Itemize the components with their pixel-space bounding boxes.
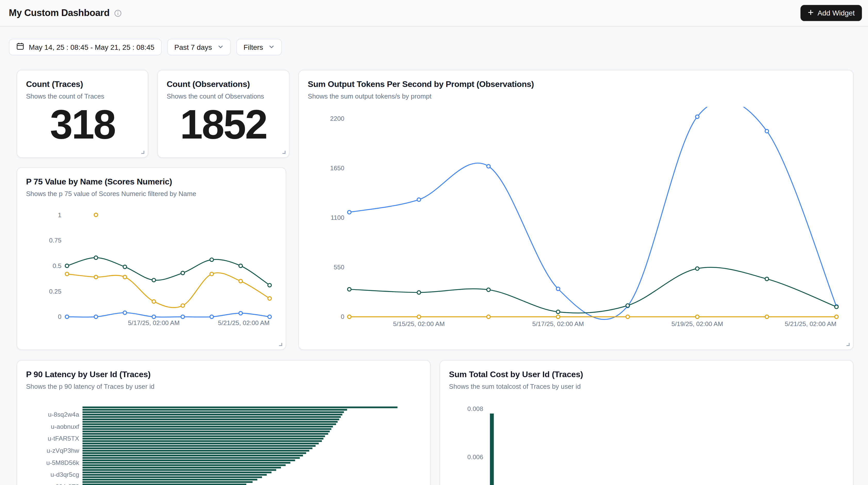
calendar-icon [16,42,24,52]
widget-title: P 75 Value by Name (Scores Numeric) [26,177,277,186]
dashboard-page: My Custom Dashboard Add Widget May 14, 2… [0,0,868,485]
total-cost-bar-chart: 0.0060.008 [440,399,854,485]
resize-handle-icon[interactable] [280,148,286,154]
svg-text:u-aobnuxf: u-aobnuxf [51,423,79,430]
widget-description: Shows the p 90 latency of Traces by user… [26,383,422,390]
page-header: My Custom Dashboard Add Widget [0,0,868,27]
svg-text:0.25: 0.25 [49,288,61,295]
svg-text:u-8fVa9T3: u-8fVa9T3 [50,483,79,485]
svg-text:1100: 1100 [331,214,344,221]
svg-text:5/19/25, 02:00 AM: 5/19/25, 02:00 AM [672,321,723,327]
svg-text:5/21/25, 02:00 AM: 5/21/25, 02:00 AM [785,321,836,327]
svg-text:550: 550 [334,264,344,271]
widget-description: Shows the sum totalcost of Traces by use… [449,383,844,390]
add-widget-label: Add Widget [817,9,855,17]
svg-text:0: 0 [58,313,62,320]
filters-label: Filters [243,43,263,51]
tokens-per-second-line-chart: 05501100165022005/15/25, 02:00 AM5/17/25… [299,107,854,337]
resize-handle-icon[interactable] [139,148,145,154]
svg-text:u-8sq2w4a: u-8sq2w4a [48,411,79,418]
svg-text:1: 1 [58,212,62,218]
svg-text:0.006: 0.006 [467,454,483,460]
svg-text:5/17/25, 02:00 AM: 5/17/25, 02:00 AM [128,320,180,326]
widget-count-observations: Count (Observations) Shows the count of … [157,70,289,158]
filter-toolbar: May 14, 25 : 08:45 - May 21, 25 : 08:45 … [9,39,282,55]
svg-text:0: 0 [341,313,344,320]
filters-dropdown[interactable]: Filters [236,39,282,55]
p75-value-line-chart: 00.250.50.7515/17/25, 02:00 AM5/21/25, 0… [17,201,287,332]
widget-description: Shows the count of Observations [166,92,280,100]
info-icon[interactable] [114,9,122,17]
widget-title: Count (Observations) [166,79,280,89]
resize-handle-icon[interactable] [844,340,850,347]
p90-latency-bar-chart: u-8sq2w4au-aobnuxfu-tFAR5TXu-zVqP3hwu-5M… [17,399,431,485]
svg-text:u-d3qr5cg: u-d3qr5cg [51,471,79,478]
widget-p75-value-by-name: P 75 Value by Name (Scores Numeric) Show… [17,167,286,350]
widget-p90-latency-by-user: P 90 Latency by User Id (Traces) Shows t… [17,360,431,485]
range-preset-value: Past 7 days [174,43,212,51]
svg-text:5/21/25, 02:00 AM: 5/21/25, 02:00 AM [218,320,270,326]
widget-title: Count (Traces) [26,79,139,89]
svg-text:0.008: 0.008 [467,405,483,412]
svg-text:u-5M8D56k: u-5M8D56k [46,459,79,466]
svg-text:u-tFAR5TX: u-tFAR5TX [48,435,79,442]
widget-count-traces: Count (Traces) Shows the count of Traces… [17,70,148,158]
widget-description: Shows the sum output tokens/s by prompt [308,92,844,100]
chevron-down-icon [217,43,224,51]
metric-value: 1852 [158,106,289,144]
date-range-picker[interactable]: May 14, 25 : 08:45 - May 21, 25 : 08:45 [9,39,161,55]
page-title: My Custom Dashboard [9,7,109,19]
svg-text:0.5: 0.5 [53,262,61,269]
svg-text:1650: 1650 [330,164,344,172]
widget-title: P 90 Latency by User Id (Traces) [26,369,422,379]
svg-text:5/17/25, 02:00 AM: 5/17/25, 02:00 AM [532,321,584,327]
add-widget-button[interactable]: Add Widget [800,5,862,21]
widget-description: Shows the p 75 value of Scores Numeric f… [26,190,277,198]
widget-sum-total-cost-by-user: Sum Total Cost by User Id (Traces) Shows… [439,360,854,485]
resize-handle-icon[interactable] [277,340,283,347]
metric-value: 318 [17,106,148,144]
plus-icon [808,9,814,17]
range-preset-dropdown[interactable]: Past 7 days [167,39,231,55]
chevron-down-icon [269,43,275,51]
widget-sum-output-tokens: Sum Output Tokens Per Second by Prompt (… [298,70,854,350]
svg-text:2200: 2200 [330,115,344,122]
widget-title: Sum Total Cost by User Id (Traces) [449,369,844,379]
svg-text:5/15/25, 02:00 AM: 5/15/25, 02:00 AM [393,321,444,327]
widget-description: Shows the count of Traces [26,92,139,100]
date-range-value: May 14, 25 : 08:45 - May 21, 25 : 08:45 [29,43,154,51]
svg-text:u-zVqP3hw: u-zVqP3hw [47,447,79,454]
svg-text:0.75: 0.75 [49,237,61,244]
widget-title: Sum Output Tokens Per Second by Prompt (… [308,79,844,89]
